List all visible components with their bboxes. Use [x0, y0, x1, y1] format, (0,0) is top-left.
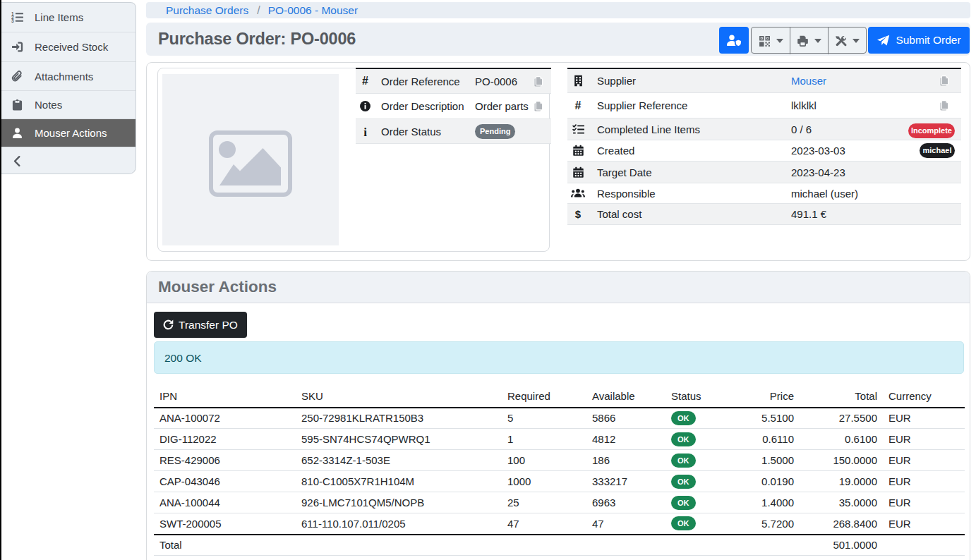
svg-text:i: i	[363, 126, 367, 138]
svg-text:3: 3	[11, 18, 14, 23]
